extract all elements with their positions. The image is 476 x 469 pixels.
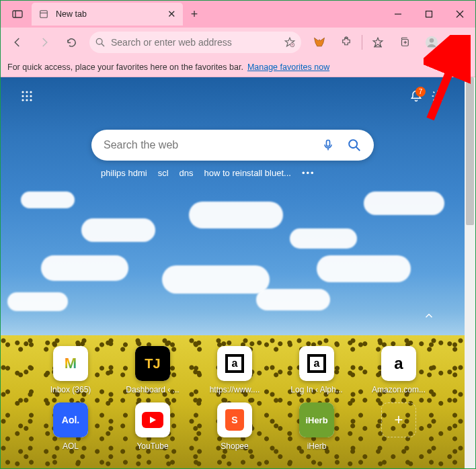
quick-link-tile[interactable]: TJDashboard ‹ ...	[122, 346, 184, 394]
profile-button[interactable]	[419, 31, 444, 54]
voice-search-icon[interactable]	[321, 138, 335, 152]
collections-button[interactable]	[392, 31, 418, 54]
search-submit-icon[interactable]	[347, 138, 362, 153]
add-quick-link-button[interactable]: +	[368, 402, 430, 451]
svg-line-9	[102, 44, 104, 46]
web-search-bar[interactable]	[91, 130, 374, 161]
quick-link-tile[interactable]: iHerbiHerb	[286, 402, 348, 451]
app-launcher-icon[interactable]	[21, 90, 33, 102]
refresh-button[interactable]	[58, 31, 84, 54]
quick-link-tile[interactable]: SShopee	[204, 402, 266, 451]
favorites-button[interactable]	[365, 31, 391, 54]
metamask-extension-icon[interactable]	[307, 31, 332, 54]
suggestion-item[interactable]: how to reinstall bluet...	[204, 168, 291, 178]
titlebar: New tab ✕ +	[1, 1, 475, 28]
vertical-scrollbar[interactable]	[465, 77, 475, 468]
svg-point-26	[26, 95, 28, 97]
svg-text:+: +	[291, 43, 293, 46]
svg-point-33	[349, 140, 357, 148]
toolbar: +	[1, 28, 475, 57]
svg-point-8	[96, 38, 102, 44]
svg-rect-32	[327, 140, 330, 146]
quick-link-tile[interactable]: aAmazon.com...	[368, 346, 430, 394]
manage-favorites-link[interactable]: Manage favorites now	[247, 62, 329, 72]
quick-link-tile[interactable]: ahttps://www....	[204, 346, 266, 394]
svg-point-21	[461, 42, 463, 44]
settings-menu-button[interactable]	[446, 31, 471, 54]
extensions-button[interactable]	[333, 31, 359, 54]
tab-actions-button[interactable]	[6, 4, 29, 24]
scroll-up-caret-icon[interactable]	[423, 310, 435, 322]
svg-line-34	[356, 147, 360, 151]
favorites-bar: For quick access, place your favorites h…	[1, 57, 475, 77]
browser-tab[interactable]: New tab ✕	[32, 3, 183, 26]
favorite-star-icon[interactable]: +	[284, 36, 296, 48]
new-tab-page: 7 philips hdmi scl dns how to reinstall …	[1, 77, 465, 468]
svg-point-23	[26, 91, 28, 93]
quick-link-tile[interactable]: Aol.AOL	[40, 402, 102, 451]
back-button[interactable]	[5, 31, 30, 54]
tab-title: New tab	[56, 9, 161, 19]
close-tab-button[interactable]: ✕	[167, 8, 176, 20]
search-icon	[95, 37, 106, 48]
favorites-hint-text: For quick access, place your favorites h…	[7, 62, 243, 72]
maximize-button[interactable]	[413, 1, 444, 28]
svg-point-29	[26, 99, 28, 101]
svg-point-20	[458, 42, 460, 44]
close-window-button[interactable]	[444, 1, 475, 28]
search-suggestions: philips hdmi scl dns how to reinstall bl…	[91, 168, 374, 178]
svg-point-18	[430, 38, 434, 42]
quick-link-tile[interactable]: MInbox (365)	[40, 346, 102, 394]
web-search-input[interactable]	[104, 139, 321, 151]
forward-button[interactable]	[32, 31, 57, 54]
quick-link-tile[interactable]: YouTube	[122, 402, 184, 451]
page-icon	[38, 9, 49, 19]
quick-links-grid: MInbox (365) TJDashboard ‹ ... ahttps://…	[1, 346, 465, 459]
new-tab-button[interactable]: +	[183, 7, 206, 22]
svg-point-31	[436, 95, 440, 98]
svg-point-24	[30, 91, 32, 93]
address-bar[interactable]: +	[89, 32, 301, 53]
svg-point-30	[30, 99, 32, 101]
svg-rect-0	[13, 11, 22, 17]
quick-link-tile[interactable]: aLog In ‹ Alph...	[286, 346, 348, 394]
svg-point-19	[454, 42, 456, 44]
window-controls	[383, 1, 475, 28]
svg-rect-5	[426, 11, 432, 17]
svg-rect-2	[40, 11, 48, 18]
page-settings-button[interactable]	[431, 89, 444, 103]
notifications-button[interactable]: 7	[409, 89, 423, 103]
suggestion-item[interactable]: scl	[158, 168, 169, 178]
svg-point-25	[22, 95, 24, 97]
notification-badge: 7	[415, 87, 426, 97]
minimize-button[interactable]	[383, 1, 413, 28]
more-suggestions-icon[interactable]: •••	[302, 168, 315, 178]
svg-point-22	[22, 91, 24, 93]
svg-point-27	[30, 95, 32, 97]
address-input[interactable]	[111, 37, 278, 48]
scroll-thumb[interactable]	[466, 77, 474, 225]
suggestion-item[interactable]: philips hdmi	[101, 168, 147, 178]
suggestion-item[interactable]: dns	[180, 168, 194, 178]
svg-point-28	[22, 99, 24, 101]
